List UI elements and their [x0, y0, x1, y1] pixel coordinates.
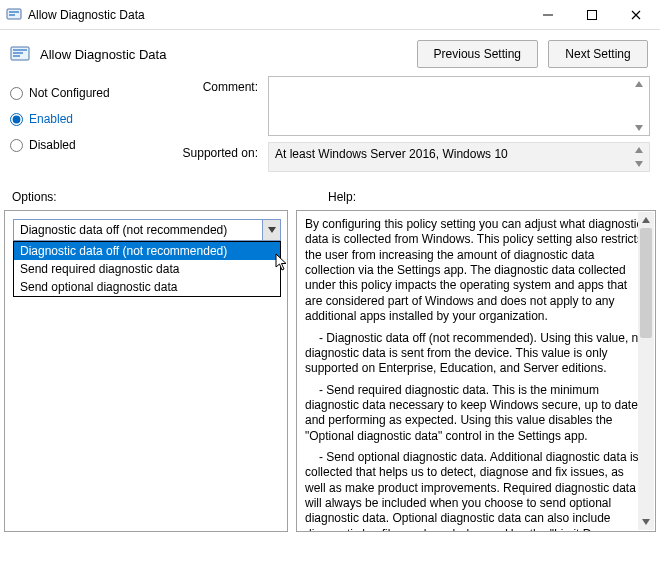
scrollbar-thumb[interactable]: [640, 228, 652, 338]
radio-enabled-input[interactable]: [10, 113, 23, 126]
supported-on-text: At least Windows Server 2016, Windows 10: [275, 147, 508, 161]
scroll-up-icon[interactable]: [633, 79, 645, 89]
diagnostic-data-combo[interactable]: Diagnostic data off (not recommended): [13, 219, 281, 241]
help-bullet: - Send optional diagnostic data. Additio…: [305, 450, 647, 532]
svg-rect-4: [588, 10, 597, 19]
options-panel: Diagnostic data off (not recommended) Di…: [4, 210, 288, 532]
panels: Diagnostic data off (not recommended) Di…: [0, 210, 660, 532]
scrollbar-track[interactable]: [638, 228, 654, 514]
help-scrollbar[interactable]: [638, 212, 654, 530]
scroll-down-icon[interactable]: [633, 159, 645, 169]
radio-label: Not Configured: [29, 86, 110, 100]
diagnostic-data-dropdown[interactable]: Diagnostic data off (not recommended) Se…: [13, 241, 281, 297]
config-area: Not Configured Enabled Disabled Comment:…: [0, 72, 660, 172]
titlebar: Allow Diagnostic Data: [0, 0, 660, 30]
state-radiogroup: Not Configured Enabled Disabled: [10, 76, 162, 172]
options-label: Options:: [12, 190, 328, 204]
combo-dropdown-button[interactable]: [262, 220, 280, 240]
app-icon: [6, 7, 22, 23]
window-title: Allow Diagnostic Data: [28, 8, 145, 22]
supported-on-box: At least Windows Server 2016, Windows 10: [268, 142, 650, 172]
scroll-up-icon[interactable]: [638, 212, 654, 228]
radio-enabled[interactable]: Enabled: [10, 106, 162, 132]
dropdown-item[interactable]: Send optional diagnostic data: [14, 278, 280, 296]
header: Allow Diagnostic Data Previous Setting N…: [0, 30, 660, 72]
help-bullet: - Diagnostic data off (not recommended).…: [305, 331, 647, 377]
help-bullet: - Send required diagnostic data. This is…: [305, 383, 647, 444]
minimize-button[interactable]: [526, 0, 570, 30]
dropdown-item[interactable]: Send required diagnostic data: [14, 260, 280, 278]
scroll-up-icon[interactable]: [633, 145, 645, 155]
scroll-down-icon[interactable]: [633, 123, 645, 133]
svg-rect-6: [13, 49, 27, 51]
previous-setting-button[interactable]: Previous Setting: [417, 40, 538, 68]
svg-rect-3: [543, 14, 553, 15]
svg-rect-8: [13, 55, 20, 57]
help-paragraph: By configuring this policy setting you c…: [305, 217, 647, 325]
radio-label: Enabled: [29, 112, 73, 126]
maximize-button[interactable]: [570, 0, 614, 30]
radio-not-configured[interactable]: Not Configured: [10, 80, 162, 106]
radio-not-configured-input[interactable]: [10, 87, 23, 100]
next-setting-button[interactable]: Next Setting: [548, 40, 648, 68]
supported-label: Supported on:: [162, 142, 258, 160]
close-button[interactable]: [614, 0, 658, 30]
radio-label: Disabled: [29, 138, 76, 152]
comment-label: Comment:: [162, 76, 258, 94]
policy-icon: [10, 44, 30, 64]
page-title: Allow Diagnostic Data: [40, 47, 166, 62]
svg-rect-2: [9, 14, 15, 16]
comment-textarea[interactable]: [268, 76, 650, 136]
scroll-down-icon[interactable]: [638, 514, 654, 530]
section-labels: Options: Help:: [0, 172, 660, 210]
radio-disabled-input[interactable]: [10, 139, 23, 152]
svg-rect-1: [9, 11, 19, 13]
help-label: Help:: [328, 190, 648, 204]
radio-disabled[interactable]: Disabled: [10, 132, 162, 158]
svg-rect-7: [13, 52, 23, 54]
help-panel: By configuring this policy setting you c…: [296, 210, 656, 532]
dropdown-item[interactable]: Diagnostic data off (not recommended): [14, 242, 280, 260]
combo-selected-text: Diagnostic data off (not recommended): [14, 223, 262, 237]
